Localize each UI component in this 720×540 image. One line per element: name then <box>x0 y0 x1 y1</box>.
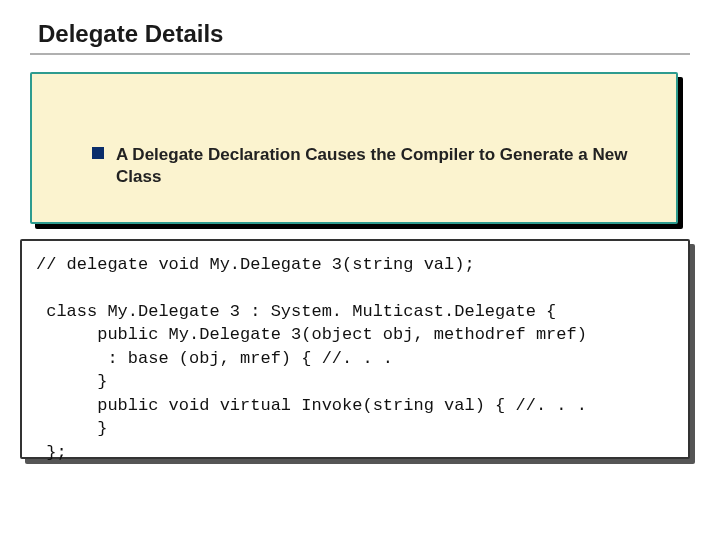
slide-container: Delegate Details A Delegate Declaration … <box>0 0 720 540</box>
bullet-panel: A Delegate Declaration Causes the Compil… <box>30 72 678 224</box>
code-panel: // delegate void My.Delegate 3(string va… <box>20 239 690 459</box>
slide-title: Delegate Details <box>30 20 690 48</box>
code-text: // delegate void My.Delegate 3(string va… <box>36 253 674 464</box>
title-underline <box>30 53 690 55</box>
bullet-text: A Delegate Declaration Causes the Compil… <box>116 144 656 188</box>
bullet-square-icon <box>92 147 104 159</box>
bullet-row: A Delegate Declaration Causes the Compil… <box>92 144 656 188</box>
